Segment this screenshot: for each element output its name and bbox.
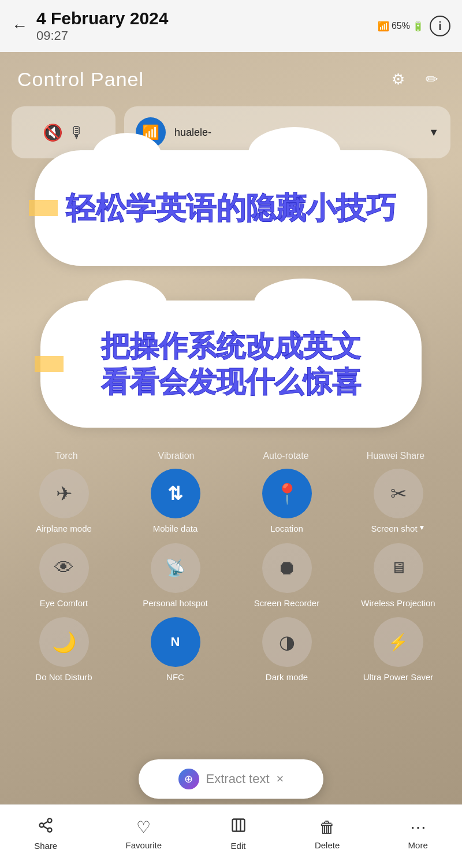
wifi-chevron[interactable]: ▼ [429,127,439,139]
nav-edit[interactable]: Edit [230,817,247,851]
screen-recorder-cell[interactable]: ⏺ Screen Recorder [234,543,339,609]
svg-point-0 [48,818,52,822]
label-autorotate: Auto-rotate [240,451,332,461]
wireless-projection-cell[interactable]: 🖥 Wireless Projection [346,543,450,609]
nav-more[interactable]: ⋯ More [408,818,428,850]
eye-comfort-label: Eye Comfort [40,598,88,609]
mobile-data-icon: ⇅ [151,469,200,518]
nfc-label: NFC [166,672,184,683]
airplane-mode-icon: ✈ [39,469,89,518]
location-cell[interactable]: 📍 Location [234,469,339,535]
wireless-projection-icon: 🖥 [374,543,423,593]
grid-area: Torch Vibration Auto-rotate Huawei Share… [0,445,462,692]
back-button[interactable]: ← [12,17,28,35]
wireless-projection-label: Wireless Projection [361,598,435,609]
control-panel-header: Control Panel ⚙ ✏ [0,52,462,101]
icon-grid-row2: 👁 Eye Comfort 📡 Personal hotspot ⏺ Scree… [12,537,450,612]
nfc-icon: N [151,617,200,667]
location-label: Location [270,523,303,535]
signal-icon: 📶 [378,21,389,32]
screenshot-cell[interactable]: ✂ Screen shot▼ [346,469,450,535]
screen-recorder-icon: ⏺ [262,543,312,593]
edit-icon[interactable]: ✏ [419,66,445,92]
favourite-icon: ♡ [136,818,151,837]
svg-rect-5 [232,819,244,831]
icon-grid-row3: 🌙 Do Not Disturb N NFC ◑ Dark mode ⚡ Ult… [12,611,450,686]
personal-hotspot-label: Personal hotspot [143,598,208,609]
settings-icon[interactable]: ⚙ [385,66,411,92]
svg-point-2 [48,828,52,832]
cloud-overlay-2: 把操作系统改成英文 看看会发现什么惊喜 [40,301,422,428]
nav-share[interactable]: Share [34,817,57,851]
extract-icon: ⊕ [178,769,199,789]
do-not-disturb-icon: 🌙 [39,617,89,667]
wifi-name: hualele- [174,127,211,139]
share-icon [38,817,54,837]
mobile-data-cell[interactable]: ⇅ Mobile data [123,469,228,535]
cloud-line-1: 把操作系统改成英文 [101,330,361,362]
extract-close-button[interactable]: × [277,771,284,787]
dark-mode-cell[interactable]: ◑ Dark mode [234,617,339,683]
screenshot-icon: ✂ [374,469,423,518]
bottom-nav: Share ♡ Favourite Edit 🗑 Delete ⋯ More [0,804,462,868]
ultra-power-saver-icon: ⚡ [374,617,423,667]
label-huawei-share: Huawei Share [349,451,442,461]
icon-grid-row1: ✈ Airplane mode ⇅ Mobile data 📍 Location… [12,466,450,537]
voice-icon: 🎙 [69,123,85,142]
cloud-overlay-1: 轻松学英语的隐藏小技巧 [35,150,427,266]
eye-comfort-cell[interactable]: 👁 Eye Comfort [12,543,116,609]
screenshot-arrow: ▼ [419,524,426,533]
screen-recorder-label: Screen Recorder [254,598,319,609]
status-bar-left: ← 4 February 2024 09:27 [12,9,168,43]
do-not-disturb-label: Do Not Disturb [35,672,92,683]
time-display: 09:27 [36,28,168,43]
extract-icon-glyph: ⊕ [184,773,193,785]
tape-2 [35,356,64,372]
dark-mode-icon: ◑ [262,617,312,667]
nav-favourite-label: Favourite [126,840,162,850]
svg-line-4 [43,821,48,824]
do-not-disturb-cell[interactable]: 🌙 Do Not Disturb [12,617,116,683]
nav-favourite[interactable]: ♡ Favourite [126,818,162,850]
more-icon: ⋯ [410,818,426,837]
cloud-line-2: 看看会发现什么惊喜 [101,366,361,398]
nav-share-label: Share [34,841,57,851]
mobile-data-label: Mobile data [153,523,198,535]
label-row: Torch Vibration Auto-rotate Huawei Share [12,451,450,461]
eye-comfort-icon: 👁 [39,543,89,593]
battery-percent: 65% [392,21,410,31]
screenshot-label: Screen shot▼ [371,523,426,535]
nfc-cell[interactable]: N NFC [123,617,228,683]
header-icons: ⚙ ✏ [385,66,445,92]
dark-mode-label: Dark mode [266,672,308,683]
nav-delete-label: Delete [315,840,340,850]
nav-more-label: More [408,840,428,850]
nav-edit-label: Edit [231,841,246,851]
ultra-power-saver-label: Ultra Power Saver [363,672,434,683]
nav-delete[interactable]: 🗑 Delete [315,818,340,850]
signal-icons: 📶 65% 🔋 [378,21,424,32]
tape-1 [29,200,58,216]
label-vibration: Vibration [130,451,222,461]
airplane-mode-label: Airplane mode [36,523,92,535]
location-icon: 📍 [262,469,312,518]
airplane-mode-cell[interactable]: ✈ Airplane mode [12,469,116,535]
label-torch: Torch [20,451,113,461]
edit-nav-icon [230,817,247,837]
status-bar: ← 4 February 2024 09:27 📶 65% 🔋 i [0,0,462,52]
ultra-power-saver-cell[interactable]: ⚡ Ultra Power Saver [346,617,450,683]
svg-point-1 [40,823,44,827]
battery-icon: 🔋 [412,21,424,32]
extract-text-label: Extract text [206,771,270,787]
extract-text-popup: ⊕ Extract text × [139,759,323,799]
cloud-text-1: 轻松学英语的隐藏小技巧 [66,190,396,226]
personal-hotspot-icon: 📡 [151,543,200,593]
personal-hotspot-cell[interactable]: 📡 Personal hotspot [123,543,228,609]
main-panel: Control Panel ⚙ ✏ 🔇 🎙 📶 hualele- ▼ 轻松学英语… [0,52,462,804]
sound-icon: 🔇 [43,123,63,142]
delete-icon: 🗑 [319,818,336,837]
control-panel-title: Control Panel [17,68,144,91]
svg-line-3 [43,826,48,829]
info-button[interactable]: i [430,16,450,36]
cloud-text-2: 把操作系统改成英文 看看会发现什么惊喜 [101,328,361,400]
